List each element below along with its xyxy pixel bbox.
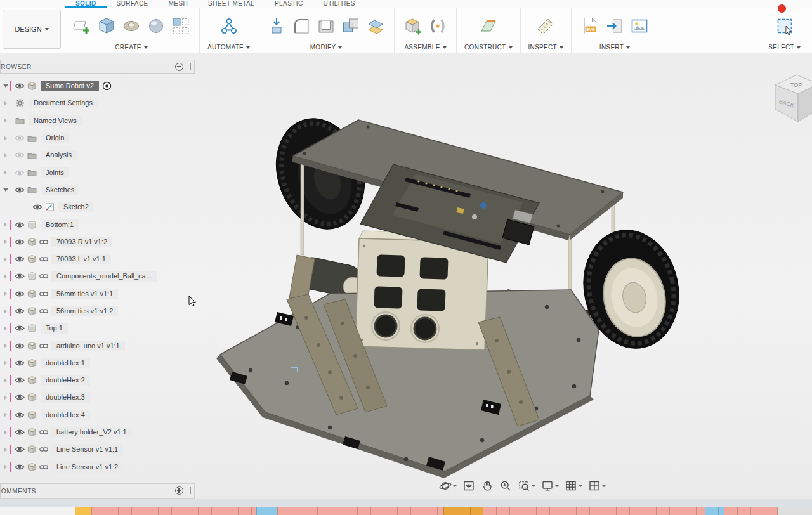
- new-component-icon[interactable]: [402, 15, 424, 37]
- visibility-eye-icon[interactable]: [13, 221, 25, 228]
- tree-row-56mm-ties-v1-v1-2[interactable]: 56mm ties v1 v1:2: [0, 303, 195, 320]
- tree-row-70093-r-v1-v1-2[interactable]: 70093 R v1 v1:2: [0, 233, 195, 251]
- ribbon-group-dropdown-construct[interactable]: CONSTRUCT: [464, 42, 512, 53]
- look-at-tool-button[interactable]: [462, 479, 475, 492]
- expand-arrow[interactable]: [2, 274, 9, 279]
- expand-arrow[interactable]: [2, 222, 9, 227]
- select-window-icon[interactable]: [774, 15, 796, 37]
- visibility-eye-icon[interactable]: [13, 325, 25, 332]
- ribbon-group-dropdown-assemble[interactable]: ASSEMBLE: [404, 42, 446, 53]
- item-label[interactable]: doubleHex:3: [41, 392, 90, 403]
- ribbon-group-dropdown-automate[interactable]: AUTOMATE: [207, 42, 250, 53]
- design-workspace-dropdown[interactable]: DESIGN: [3, 10, 61, 49]
- tree-row-analysis[interactable]: Analysis: [0, 147, 195, 164]
- visibility-eye-off-icon[interactable]: [13, 134, 25, 141]
- visibility-eye-icon[interactable]: [13, 308, 25, 315]
- expand-arrow[interactable]: [2, 170, 9, 175]
- item-label[interactable]: Line Sensor v1 v1:2: [51, 462, 123, 473]
- tree-row-line-sensor-v1-v1-1[interactable]: Line Sensor v1 v1:1: [0, 441, 195, 458]
- expand-arrow[interactable]: [2, 412, 9, 417]
- expand-arrow[interactable]: [2, 360, 9, 365]
- expand-arrow[interactable]: [2, 326, 9, 331]
- visibility-eye-icon[interactable]: [13, 429, 25, 436]
- expand-arrow[interactable]: [2, 118, 9, 123]
- browser-drag-grip[interactable]: [188, 63, 191, 70]
- ribbon-group-dropdown-inspect[interactable]: INSPECT: [528, 42, 563, 53]
- tree-row-document-settings[interactable]: Document Settings: [0, 95, 195, 112]
- visibility-eye-icon[interactable]: [13, 256, 25, 263]
- combine-icon[interactable]: [340, 15, 362, 37]
- visibility-eye-icon[interactable]: [13, 464, 25, 471]
- tree-row-bottom-1[interactable]: Bottom:1: [0, 216, 195, 233]
- visibility-eye-icon[interactable]: [13, 342, 25, 349]
- expand-arrow[interactable]: [2, 291, 9, 296]
- item-label[interactable]: Sketches: [41, 185, 79, 195]
- timeline-segment-empty-lead[interactable]: [0, 507, 75, 515]
- expand-arrow[interactable]: [2, 447, 9, 452]
- item-label[interactable]: 56mm ties v1 v1:2: [51, 306, 118, 316]
- visibility-eye-icon[interactable]: [13, 377, 25, 384]
- expand-arrow[interactable]: [2, 136, 9, 141]
- expand-arrow[interactable]: [2, 464, 9, 469]
- comments-expand-button[interactable]: [175, 486, 183, 495]
- fillet-icon[interactable]: [291, 15, 312, 37]
- revolve-icon[interactable]: [121, 15, 142, 37]
- visibility-eye-icon[interactable]: [13, 360, 25, 367]
- expand-arrow[interactable]: [2, 153, 9, 158]
- item-label[interactable]: Named Views: [29, 115, 82, 126]
- visibility-eye-icon[interactable]: [13, 186, 25, 193]
- sphere-icon[interactable]: [145, 15, 167, 37]
- item-label[interactable]: Origin: [41, 133, 69, 143]
- visibility-eye-off-icon[interactable]: [13, 152, 25, 159]
- tree-row-named-views[interactable]: Named Views: [0, 112, 195, 129]
- visibility-eye-icon[interactable]: [31, 204, 43, 211]
- tree-row-doublehex-2[interactable]: doubleHex:2: [0, 372, 195, 389]
- tree-row-doublehex-4[interactable]: doubleHex:4: [0, 407, 195, 424]
- orbit-tool-button[interactable]: [439, 479, 457, 492]
- joint-icon[interactable]: [427, 15, 449, 37]
- timeline-segment-component-features-3[interactable]: [483, 507, 705, 515]
- tab-solid[interactable]: SOLID: [65, 0, 107, 8]
- timeline-segment-sketch-feature-yellow[interactable]: [75, 507, 91, 515]
- viewports-tool-button[interactable]: [588, 479, 606, 492]
- timeline-segment-feature-blue-1[interactable]: [256, 507, 277, 515]
- expand-arrow[interactable]: [2, 257, 9, 262]
- grid-display-tool-button[interactable]: [565, 479, 582, 492]
- expand-arrow[interactable]: [2, 430, 9, 435]
- timeline-segment-component-features-4[interactable]: [724, 507, 778, 515]
- tree-row-56mm-ties-v1-v1-1[interactable]: 56mm ties v1 v1:1: [0, 285, 195, 303]
- visibility-eye-icon[interactable]: [13, 412, 25, 419]
- expand-arrow[interactable]: [2, 395, 9, 400]
- insert-derive-icon[interactable]: [604, 15, 625, 37]
- tree-row-70093-l-v1-v1-1[interactable]: 70093 L v1 v1:1: [0, 251, 195, 268]
- tree-row-joints[interactable]: Joints: [0, 164, 195, 181]
- item-label[interactable]: Bottom:1: [41, 219, 79, 230]
- press-pull-icon[interactable]: [266, 15, 287, 37]
- extrude-icon[interactable]: [96, 15, 117, 37]
- zoom-tool-button[interactable]: [499, 479, 512, 492]
- expand-arrow[interactable]: [2, 84, 9, 88]
- item-label[interactable]: Joints: [41, 167, 69, 178]
- tree-row-arduino-uno-v1-v1-1[interactable]: arduino_uno v1 v1:1: [0, 337, 195, 354]
- timeline-segment-component-features-1[interactable]: [91, 507, 256, 515]
- tab-surface[interactable]: SURFACE: [107, 0, 159, 8]
- item-label[interactable]: arduino_uno v1 v1:1: [51, 341, 125, 351]
- item-label[interactable]: Line Sensor v1 v1:1: [51, 444, 123, 455]
- visibility-eye-icon[interactable]: [13, 394, 25, 401]
- pattern-icon[interactable]: [170, 15, 192, 37]
- automate-icon[interactable]: [218, 15, 240, 37]
- create-sketch-icon[interactable]: [71, 15, 93, 37]
- view-cube[interactable]: TOP BACK: [771, 68, 812, 133]
- item-label[interactable]: Analysis: [41, 150, 77, 160]
- tree-row-top-1[interactable]: Top:1: [0, 320, 195, 337]
- activate-component-radio[interactable]: [102, 81, 112, 91]
- canvas-icon[interactable]: [629, 15, 650, 37]
- item-label[interactable]: 56mm ties v1 v1:1: [51, 289, 118, 299]
- ribbon-group-dropdown-select[interactable]: SELECT: [768, 42, 801, 53]
- timeline-scrollbar[interactable]: [0, 499, 812, 507]
- tree-row-components-model-ball-ca[interactable]: Components_model_Ball_ca...: [0, 268, 195, 285]
- timeline-segment-feature-blue-2[interactable]: [705, 507, 724, 515]
- tree-row-sketch2[interactable]: Sketch2: [0, 199, 195, 216]
- item-label[interactable]: Top:1: [41, 323, 68, 334]
- visibility-eye-off-icon[interactable]: [13, 169, 25, 176]
